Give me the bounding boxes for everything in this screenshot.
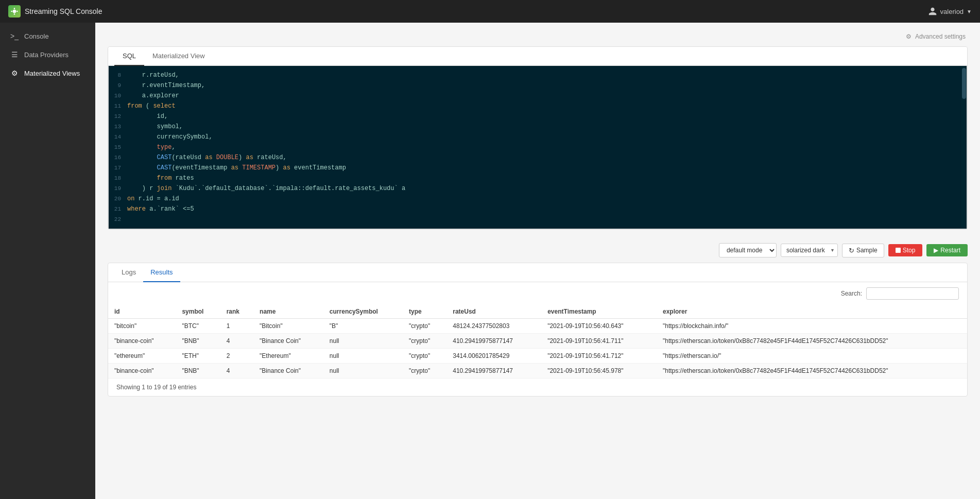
code-line-22: 22 — [109, 214, 967, 225]
user-icon — [928, 7, 937, 16]
code-line-12: 12 id, — [109, 111, 967, 122]
table-cell-rateUsd: 3414.006201785429 — [446, 349, 541, 364]
restart-button[interactable]: ▶ Restart — [926, 244, 968, 256]
sidebar-item-data-providers-label: Data Providers — [24, 51, 68, 59]
code-line-20: 20 on r.id = a.id — [109, 194, 967, 204]
code-line-17: 17 CAST(eventTimestamp as TIMESTAMP) as … — [109, 163, 967, 173]
code-line-16: 16 CAST(rateUsd as DOUBLE) as rateUsd, — [109, 152, 967, 163]
play-icon: ▶ — [934, 247, 938, 254]
search-label: Search: — [841, 290, 862, 297]
topbar: Streaming SQL Console valeriod ▼ — [0, 0, 980, 23]
sidebar: >_ Console ☰ Data Providers ⚙ Materializ… — [0, 23, 95, 499]
table-header: id symbol rank name currencySymbol type … — [108, 305, 967, 319]
svg-point-0 — [13, 10, 16, 13]
editor-tabs: SQL Materialized View — [108, 47, 967, 66]
table-row: "bitcoin""BTC"1"Bitcoin""B""crypto"48124… — [108, 319, 967, 334]
table-cell-rank: 2 — [220, 349, 253, 364]
svg-point-1 — [14, 8, 15, 9]
col-header-event-timestamp: eventTimestamp — [541, 305, 657, 319]
tab-sql[interactable]: SQL — [114, 47, 144, 66]
table-cell-currencySymbol: "B" — [323, 319, 403, 334]
table-row: "binance-coin""BNB"4"Binance Coin"null"c… — [108, 364, 967, 378]
default-mode-select[interactable]: default mode — [719, 243, 777, 257]
editor-scrollbar-thumb — [962, 68, 966, 99]
sidebar-item-materialized-views[interactable]: ⚙ Materialized Views — [0, 64, 95, 82]
pagination-info: Showing 1 to 19 of 19 entries — [108, 378, 967, 396]
table-body: "bitcoin""BTC"1"Bitcoin""B""crypto"48124… — [108, 319, 967, 378]
editor-panel: SQL Materialized View 8 r.rateUsd, 9 r.e… — [108, 46, 968, 230]
tab-materialized-view[interactable]: Materialized View — [144, 47, 213, 66]
col-header-name: name — [253, 305, 323, 319]
sidebar-item-data-providers[interactable]: ☰ Data Providers — [0, 45, 95, 64]
table-row: "ethereum""ETH"2"Ethereum"null"crypto"34… — [108, 349, 967, 364]
col-header-symbol: symbol — [176, 305, 220, 319]
search-input[interactable] — [866, 287, 959, 300]
editor-scrollbar[interactable] — [961, 66, 967, 229]
col-header-rate-usd: rateUsd — [446, 305, 541, 319]
table-cell-eventTimestamp: "2021-09-19T10:56:41.711" — [541, 334, 657, 349]
code-line-19: 19 ) r join `Kudu`.`default_database`.`i… — [109, 183, 967, 194]
table-cell-explorer: "https://etherscan.io/" — [657, 349, 967, 364]
sidebar-item-console-label: Console — [24, 32, 49, 40]
sidebar-item-console[interactable]: >_ Console — [0, 27, 95, 45]
table-cell-explorer: "https://etherscan.io/token/0xB8c77482e4… — [657, 364, 967, 378]
user-dropdown-icon: ▼ — [967, 9, 972, 14]
table-cell-type: "crypto" — [403, 334, 446, 349]
table-cell-type: "crypto" — [403, 364, 446, 378]
editor-toolbar: default mode solarized dark ↻ Sample Sto… — [108, 238, 968, 263]
code-line-18: 18 from rates — [109, 173, 967, 183]
results-table: id symbol rank name currencySymbol type … — [108, 305, 967, 378]
col-header-explorer: explorer — [657, 305, 967, 319]
table-cell-name: "Ethereum" — [253, 349, 323, 364]
table-cell-eventTimestamp: "2021-09-19T10:56:40.643" — [541, 319, 657, 334]
code-line-13: 13 symbol, — [109, 122, 967, 132]
table-cell-eventTimestamp: "2021-09-19T10:56:45.978" — [541, 364, 657, 378]
svg-point-2 — [14, 13, 15, 15]
result-tabs: Logs Results — [108, 263, 967, 282]
table-cell-type: "crypto" — [403, 319, 446, 334]
topbar-left: Streaming SQL Console — [8, 5, 102, 18]
table-cell-rateUsd: 410.29419975877147 — [446, 364, 541, 378]
col-header-currency-symbol: currencySymbol — [323, 305, 403, 319]
theme-select[interactable]: solarized dark — [781, 244, 838, 257]
data-providers-icon: ☰ — [10, 50, 19, 59]
table-cell-rateUsd: 48124.24377502803 — [446, 319, 541, 334]
table-header-row: id symbol rank name currencySymbol type … — [108, 305, 967, 319]
table-cell-name: "Bitcoin" — [253, 319, 323, 334]
code-line-14: 14 currencySymbol, — [109, 132, 967, 142]
user-menu[interactable]: valeriod ▼ — [928, 7, 972, 16]
stop-button[interactable]: Stop — [888, 244, 923, 256]
table-cell-eventTimestamp: "2021-09-19T10:56:41.712" — [541, 349, 657, 364]
advanced-settings-link[interactable]: ⚙ Advanced settings — [108, 33, 968, 40]
app-logo — [8, 5, 21, 18]
table-cell-name: "Binance Coin" — [253, 364, 323, 378]
theme-select-wrapper: solarized dark — [781, 244, 838, 257]
col-header-rank: rank — [220, 305, 253, 319]
result-tab-logs[interactable]: Logs — [114, 263, 143, 282]
table-cell-symbol: "ETH" — [176, 349, 220, 364]
stop-icon — [896, 248, 901, 253]
table-cell-rank: 4 — [220, 364, 253, 378]
svg-point-4 — [16, 11, 18, 12]
code-line-21: 21 where a.`rank` <=5 — [109, 204, 967, 214]
code-line-11: 11 from ( select — [109, 101, 967, 111]
gear-icon: ⚙ — [906, 33, 912, 40]
code-line-9: 9 r.eventTimestamp, — [109, 80, 967, 91]
table-cell-id: "binance-coin" — [108, 334, 176, 349]
main-content: ⚙ Advanced settings SQL Materialized Vie… — [95, 23, 980, 499]
advanced-settings-label: Advanced settings — [915, 33, 966, 40]
main-layout: >_ Console ☰ Data Providers ⚙ Materializ… — [0, 23, 980, 499]
table-row: "binance-coin""BNB"4"Binance Coin"null"c… — [108, 334, 967, 349]
search-bar: Search: — [108, 282, 967, 305]
table-cell-explorer: "https://etherscan.io/token/0xB8c77482e4… — [657, 334, 967, 349]
sidebar-item-materialized-views-label: Materialized Views — [24, 70, 80, 77]
table-cell-symbol: "BNB" — [176, 364, 220, 378]
code-line-10: 10 a.explorer — [109, 91, 967, 101]
result-tab-results[interactable]: Results — [143, 263, 180, 282]
app-title: Streaming SQL Console — [25, 7, 102, 15]
table-cell-currencySymbol: null — [323, 349, 403, 364]
sample-button[interactable]: ↻ Sample — [842, 244, 884, 257]
table-cell-type: "crypto" — [403, 349, 446, 364]
code-editor[interactable]: 8 r.rateUsd, 9 r.eventTimestamp, 10 a.ex… — [108, 66, 967, 229]
table-cell-rank: 1 — [220, 319, 253, 334]
